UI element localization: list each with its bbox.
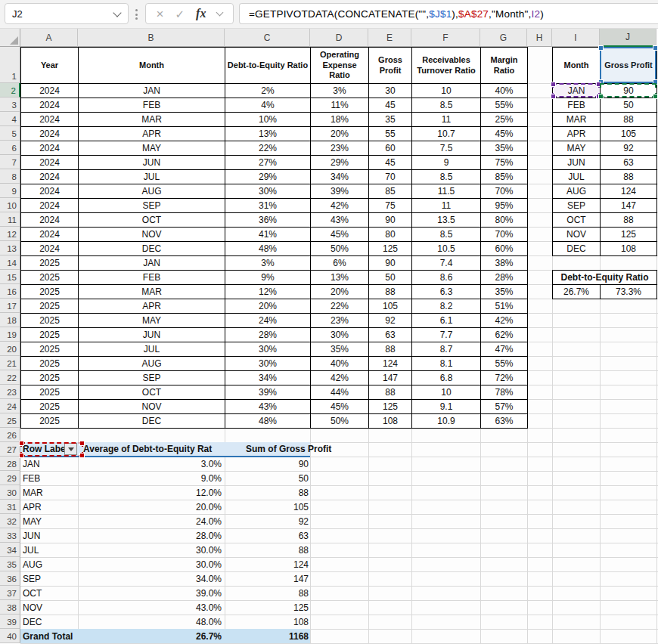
cell[interactable]: 45% — [311, 400, 369, 414]
cell[interactable]: 88 — [369, 285, 412, 299]
cell[interactable]: 2025 — [21, 285, 79, 299]
row-header-33[interactable]: 33 — [0, 528, 20, 543]
cell[interactable]: JUN — [79, 156, 225, 170]
row-header-20[interactable]: 20 — [0, 342, 20, 356]
cell[interactable]: 30% — [311, 328, 369, 342]
cell[interactable]: 9% — [225, 271, 311, 285]
cell[interactable]: 7.7 — [412, 328, 481, 342]
cancel-icon[interactable]: × — [157, 8, 164, 20]
cell[interactable]: DEC — [20, 615, 78, 629]
cell[interactable]: 1168 — [225, 629, 310, 643]
cell[interactable]: 8.6 — [412, 271, 481, 285]
cell[interactable]: 2025 — [21, 328, 79, 342]
cell[interactable]: 2025 — [21, 414, 79, 429]
cell[interactable]: 28% — [225, 328, 311, 342]
column-header-J[interactable]: J — [600, 29, 656, 47]
cell[interactable]: 30.0% — [78, 557, 225, 571]
cell[interactable]: 10 — [412, 385, 481, 400]
cell[interactable]: 92 — [601, 141, 657, 156]
cell[interactable]: AUG — [79, 184, 225, 199]
cell[interactable]: 2025 — [21, 299, 79, 314]
cell[interactable]: 90 — [369, 213, 412, 228]
cell[interactable]: 3% — [311, 84, 369, 98]
cell[interactable]: NOV — [553, 228, 601, 242]
cell[interactable]: 4% — [225, 98, 311, 113]
row-header-14[interactable]: 14 — [0, 255, 20, 270]
row-header-26[interactable]: 26 — [0, 428, 20, 442]
cell[interactable]: 88 — [225, 543, 310, 557]
cell[interactable]: 30.0% — [78, 543, 225, 557]
cell[interactable]: 48% — [225, 414, 311, 429]
column-header-F[interactable]: F — [411, 29, 480, 47]
cell[interactable]: 2024 — [21, 84, 79, 98]
cell[interactable]: 60 — [369, 141, 412, 156]
cell[interactable]: 9.0% — [78, 471, 225, 485]
cell[interactable]: Debt-to-Equity Ratio — [225, 48, 311, 84]
cell[interactable]: SEP — [79, 199, 225, 213]
cell[interactable]: 9 — [412, 156, 481, 170]
cell[interactable]: 72% — [481, 371, 528, 385]
cell[interactable]: 47% — [481, 342, 528, 357]
cell[interactable]: 48.0% — [78, 615, 225, 629]
cell[interactable]: JUN — [553, 156, 601, 170]
cell[interactable]: 2025 — [21, 271, 79, 285]
cell[interactable]: 9.1 — [412, 400, 481, 414]
cell[interactable]: 36% — [225, 213, 311, 228]
cell[interactable]: 105 — [225, 500, 310, 514]
cell[interactable]: 105 — [369, 299, 412, 314]
cell[interactable]: 124 — [601, 184, 657, 199]
cell[interactable]: 125 — [369, 400, 412, 414]
cell[interactable]: 2025 — [21, 357, 79, 371]
cell[interactable]: JAN — [79, 256, 225, 271]
cell[interactable]: 55% — [481, 98, 528, 113]
row-header-3[interactable]: 3 — [0, 98, 20, 112]
row-header-4[interactable]: 4 — [0, 112, 20, 126]
cell[interactable]: 95% — [481, 199, 528, 213]
cell[interactable]: 75 — [369, 199, 412, 213]
cell[interactable]: 12% — [225, 285, 311, 299]
cell[interactable]: 45 — [369, 98, 412, 113]
cell[interactable]: 108 — [601, 242, 657, 256]
cell[interactable]: Gross Profit — [369, 48, 412, 84]
cell[interactable]: 147 — [601, 199, 657, 213]
cell[interactable]: 2025 — [21, 371, 79, 385]
cell[interactable]: 35 — [369, 113, 412, 127]
cell[interactable]: 10.9 — [412, 414, 481, 429]
column-header-A[interactable]: A — [20, 29, 78, 47]
cell[interactable]: 88 — [369, 342, 412, 357]
cell[interactable]: Operating Expense Ratio — [311, 48, 369, 84]
cell[interactable]: 2024 — [21, 98, 79, 113]
cell[interactable]: 18% — [311, 113, 369, 127]
cell[interactable]: JUN — [79, 328, 225, 342]
cell[interactable]: MAR — [553, 113, 601, 127]
cell[interactable]: Receivables Turnover Ratio — [412, 48, 481, 84]
row-header-32[interactable]: 32 — [0, 514, 20, 528]
cell[interactable]: FEB — [79, 271, 225, 285]
row-header-34[interactable]: 34 — [0, 543, 20, 557]
cell[interactable]: 2024 — [21, 156, 79, 170]
cell[interactable]: 10.5 — [412, 242, 481, 256]
cell[interactable]: JUL — [553, 170, 601, 184]
cell[interactable]: 41% — [225, 228, 311, 242]
cell[interactable]: NOV — [79, 400, 225, 414]
cell[interactable]: FEB — [79, 98, 225, 113]
cell[interactable]: MAY — [79, 141, 225, 156]
cell[interactable]: 43% — [225, 400, 311, 414]
cell[interactable]: 34% — [311, 170, 369, 184]
cell[interactable]: 30 — [369, 84, 412, 98]
cell[interactable]: APR — [79, 127, 225, 141]
cell[interactable]: 7.4 — [412, 256, 481, 271]
cell[interactable]: MAY — [553, 141, 601, 156]
cell[interactable]: OCT — [553, 213, 601, 228]
cell[interactable]: 88 — [225, 485, 310, 500]
column-header-G[interactable]: G — [480, 29, 527, 47]
cell[interactable]: MAY — [79, 314, 225, 328]
cell[interactable]: FEB — [553, 98, 601, 113]
cell[interactable]: 13% — [311, 271, 369, 285]
cell[interactable]: 11% — [311, 98, 369, 113]
chevron-down-icon[interactable] — [216, 9, 224, 17]
row-header-8[interactable]: 8 — [0, 169, 20, 184]
cell[interactable]: OCT — [79, 213, 225, 228]
cell[interactable]: 13% — [225, 127, 311, 141]
cell[interactable]: 39% — [225, 385, 311, 400]
